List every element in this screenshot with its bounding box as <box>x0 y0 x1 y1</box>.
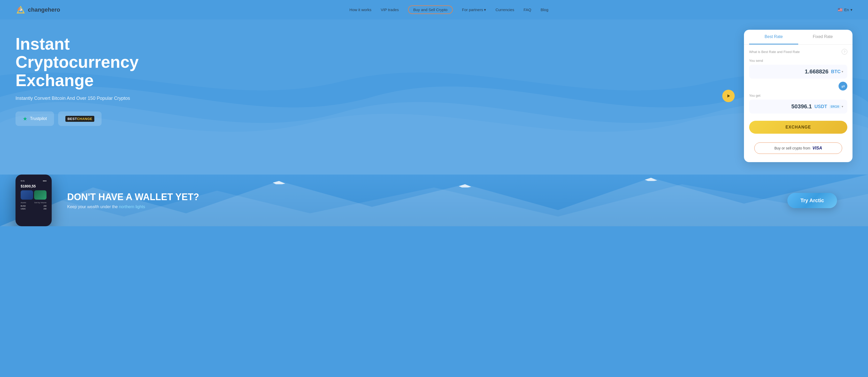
rate-info-text: What is Best Rate and Fixed Rate <box>749 50 800 54</box>
flag-icon: 🇺🇸 <box>838 7 843 12</box>
swap-button[interactable]: ⇄ <box>839 82 847 90</box>
you-get-label: You get <box>749 94 847 97</box>
bottom-section: 9:41 ●●● $1800,55 Assets Sort by Volume … <box>0 175 868 226</box>
exchange-button[interactable]: EXCHANGE <box>749 121 847 134</box>
phone-assets-header: Assets Sort by Volume <box>21 202 46 203</box>
visa-logo: VISA <box>812 146 822 150</box>
header: changehero How it works VIP trades Buy a… <box>0 0 868 20</box>
wallet-subtitle-highlight: northern lights <box>119 205 145 209</box>
nav-blog[interactable]: Blog <box>540 7 548 12</box>
widget-tabs: Best Rate Fixed Rate <box>744 30 852 45</box>
send-amount: 1.668826 <box>805 68 829 75</box>
svg-marker-4 <box>727 94 730 97</box>
trust-badges: ★ Trustpilot BESTCHANGE <box>16 111 728 126</box>
phone-asset-row: BUSD 200 <box>21 205 46 207</box>
play-icon <box>726 94 731 98</box>
chevron-down-icon: ▾ <box>484 7 486 12</box>
chevron-down-icon: ▾ <box>850 7 852 12</box>
try-arctic-button[interactable]: Try Arctic <box>787 193 837 208</box>
nav-how-it-works[interactable]: How it works <box>349 7 371 12</box>
chevron-down-icon: ▾ <box>842 105 843 108</box>
phone-status-bar: 9:41 ●●● <box>21 180 46 182</box>
phone-asset-row-2: USDC 200 <box>21 208 46 210</box>
logo-text: changehero <box>28 6 60 13</box>
bestchange-logo: BESTCHANGE <box>65 116 94 122</box>
erc20-badge: ERC20 <box>829 105 841 109</box>
hero-section: Instant Cryptocurrency Exchange Instantl… <box>0 20 868 175</box>
hero-content: Instant Cryptocurrency Exchange Instantl… <box>16 30 728 126</box>
nav-faq[interactable]: FAQ <box>524 7 531 12</box>
phone-screen: 9:41 ●●● $1800,55 Assets Sort by Volume … <box>18 177 49 224</box>
nav-buy-sell-crypto[interactable]: Buy and Sell Crypto <box>408 5 453 14</box>
phone-mockup: 9:41 ●●● $1800,55 Assets Sort by Volume … <box>16 175 57 226</box>
send-currency: BTC <box>831 69 841 75</box>
nav-currencies[interactable]: Currencies <box>495 7 514 12</box>
logo[interactable]: changehero <box>16 5 60 15</box>
get-input[interactable]: 50396.1 USDT ERC20 ▾ <box>749 99 847 114</box>
main-nav: How it works VIP trades Buy and Sell Cry… <box>349 5 548 14</box>
nav-for-partners[interactable]: For partners ▾ <box>462 7 486 12</box>
wallet-cta: DON'T HAVE A WALLET YET? Keep your wealt… <box>57 184 787 217</box>
get-currency-selector[interactable]: USDT ERC20 ▾ <box>814 104 843 109</box>
hero-subtitle: Instantly Convert Bitcoin And Over 150 P… <box>16 96 728 101</box>
rate-info-row: What is Best Rate and Fixed Rate ? <box>749 49 847 55</box>
send-input[interactable]: 1.668826 BTC ▾ <box>749 65 847 79</box>
play-button[interactable] <box>722 90 735 102</box>
trustpilot-star-icon: ★ <box>23 116 27 122</box>
phone-card-blue <box>21 190 33 200</box>
logo-icon <box>16 5 26 15</box>
info-icon[interactable]: ? <box>842 49 847 55</box>
get-amount: 50396.1 <box>791 103 812 110</box>
swap-row: ⇄ <box>749 82 847 90</box>
tab-fixed-rate[interactable]: Fixed Rate <box>798 30 847 45</box>
get-currency: USDT <box>814 104 827 109</box>
phone-balance: $1800,55 <box>21 184 46 188</box>
chevron-down-icon: ▾ <box>842 70 843 74</box>
phone-frame: 9:41 ●●● $1800,55 Assets Sort by Volume … <box>16 175 52 226</box>
bestchange-badge: BESTCHANGE <box>58 111 101 126</box>
send-currency-selector[interactable]: BTC ▾ <box>831 69 843 75</box>
trustpilot-badge: ★ Trustpilot <box>16 111 54 126</box>
widget-body: What is Best Rate and Fixed Rate ? You s… <box>744 45 852 143</box>
you-send-label: You send <box>749 59 847 63</box>
nav-vip-trades[interactable]: VIP trades <box>381 7 399 12</box>
trustpilot-label: Trustpilot <box>30 116 47 121</box>
phone-card-green <box>34 190 46 200</box>
wallet-subtitle: Keep your wealth under the northern ligh… <box>67 205 777 209</box>
phone-cards <box>21 190 46 200</box>
visa-button[interactable]: Buy or sell crypto from VISA <box>754 143 842 154</box>
tab-best-rate[interactable]: Best Rate <box>749 30 798 45</box>
language-selector[interactable]: 🇺🇸 En ▾ <box>838 7 852 12</box>
hero-title: Instant Cryptocurrency Exchange <box>16 35 728 89</box>
exchange-widget: Best Rate Fixed Rate What is Best Rate a… <box>744 30 852 162</box>
wallet-title: DON'T HAVE A WALLET YET? <box>67 192 777 202</box>
